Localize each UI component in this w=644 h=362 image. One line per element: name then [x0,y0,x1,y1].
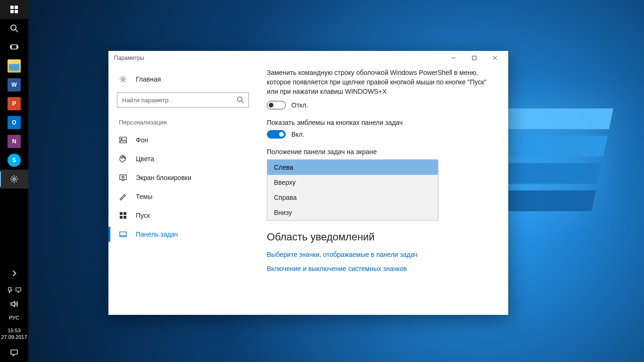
svg-rect-1 [15,6,18,9]
network-icon [15,287,22,293]
svg-rect-6 [10,46,11,48]
search-button[interactable] [0,19,28,38]
sidebar: Главная Найти параметр Персонализация Фо… [108,65,257,315]
svg-point-16 [123,156,124,157]
badges-toggle[interactable] [267,130,286,139]
gear-icon [119,75,127,83]
position-dropdown[interactable]: СлеваВверхуСправаВнизу [267,159,438,221]
powershell-description: Заменить командную строку оболочкой Wind… [267,68,495,96]
svg-point-15 [121,157,122,158]
svg-point-14 [121,139,123,140]
word-icon: W [8,78,21,91]
search-placeholder: Найти параметр [122,97,236,104]
taskview-icon [10,43,18,51]
onenote-icon: N [8,135,21,148]
sidebar-item-label: Панель задач [136,230,178,238]
svg-point-8 [13,178,16,181]
sidebar-item-taskbar[interactable]: Панель задач [108,225,257,244]
svg-rect-3 [15,10,18,13]
sidebar-search[interactable]: Найти параметр [117,92,249,107]
svg-rect-0 [10,6,14,9]
sidebar-item-lockscreen[interactable]: Экран блокировки [108,168,257,187]
powershell-toggle[interactable] [267,101,286,109]
notification-area-heading: Область уведомлений [267,231,495,243]
content-pane: Заменить командную строку оболочкой Wind… [257,65,508,315]
outlook-icon: O [8,116,21,129]
explorer-button[interactable] [0,57,28,75]
search-icon [236,96,245,104]
position-option[interactable]: Вверху [267,175,438,190]
start-button[interactable] [0,0,28,19]
tray-clock[interactable]: 15:53 27.09.2017 [0,324,28,343]
sidebar-item-themes[interactable]: Темы [108,187,257,206]
sidebar-item-picture[interactable]: Фон [108,131,257,149]
onenote-button[interactable]: N [0,132,28,151]
chevron-right-icon [10,269,18,278]
svg-rect-7 [17,46,18,48]
toggle-system-icons-link[interactable]: Включение и выключение системных значков [267,265,495,272]
sidebar-item-label: Экран блокировки [136,174,191,181]
start-icon [119,211,127,220]
select-taskbar-icons-link[interactable]: Выберите значки, отображаемые в панели з… [267,251,495,258]
window-title: Параметры [114,55,144,61]
position-option[interactable]: Слева [267,160,438,175]
search-icon [10,24,18,33]
titlebar[interactable]: Параметры [108,51,508,65]
sidebar-section-title: Персонализация [108,114,257,131]
svg-rect-23 [124,216,126,219]
sidebar-item-start[interactable]: Пуск [108,206,257,225]
svg-rect-10 [472,56,476,60]
win-icon [10,5,18,14]
position-option[interactable]: Внизу [267,205,438,220]
power-icon [7,287,13,293]
volume-icon [10,300,18,308]
svg-rect-2 [10,10,14,13]
sidebar-item-label: Цвета [136,155,154,163]
sidebar-home-label: Главная [136,75,161,83]
svg-rect-20 [120,212,123,215]
svg-rect-5 [11,45,17,49]
svg-point-11 [122,78,124,81]
sidebar-item-label: Фон [136,136,148,144]
svg-rect-18 [120,175,126,180]
svg-point-4 [11,25,16,30]
explorer-icon [8,59,21,73]
skype-icon: S [8,154,21,167]
tray-overflow-button[interactable] [0,264,28,283]
gear-icon [10,175,18,183]
badges-label: Показать эмблемы на кнопках панели задач [267,119,495,126]
maximize-button[interactable] [464,51,485,65]
taskbar: WPONS РУС 15:53 27.09.2017 [0,0,28,362]
tray-date: 27.09.2017 [0,334,28,340]
minimize-button[interactable] [443,51,464,65]
sidebar-item-label: Темы [136,193,152,200]
action-center-button[interactable] [0,343,28,362]
outlook-button[interactable]: O [0,113,28,132]
tray-volume-button[interactable] [0,297,28,311]
powershell-toggle-label: Откл. [291,101,308,109]
svg-rect-9 [16,288,21,291]
skype-button[interactable]: S [0,151,28,170]
desktop: WPONS РУС 15:53 27.09.2017 [0,0,644,362]
word-button[interactable]: W [0,75,28,94]
settings-window: Параметры Главная Найти [108,51,508,315]
themes-icon [119,192,127,201]
close-button[interactable] [485,51,505,65]
sidebar-item-palette[interactable]: Цвета [108,149,257,168]
tray-time: 15:53 [0,327,28,334]
position-option[interactable]: Справа [267,190,438,205]
svg-rect-21 [124,212,126,215]
svg-rect-13 [120,137,126,143]
svg-point-12 [238,97,242,102]
svg-rect-22 [120,216,123,219]
tray-power-network[interactable] [0,283,28,297]
ppt-icon: P [8,97,21,110]
svg-point-17 [124,157,125,158]
badges-toggle-label: Вкл. [291,131,305,138]
taskview-button[interactable] [0,38,28,57]
powerpoint-button[interactable]: P [0,94,28,113]
settings-button[interactable] [0,170,28,189]
sidebar-home[interactable]: Главная [108,70,257,89]
tray-language[interactable]: РУС [0,311,28,324]
picture-icon [119,136,127,144]
